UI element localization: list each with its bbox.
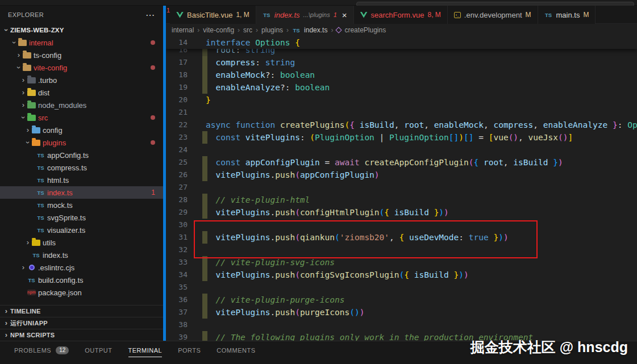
editor-tab[interactable]: ›_.env.developmentM xyxy=(448,6,538,24)
tree-item[interactable]: ›config xyxy=(0,124,163,136)
code-line: 38 xyxy=(166,319,637,331)
section-label: TIMELINE xyxy=(10,308,41,315)
typescript-file-icon: TS xyxy=(36,165,45,171)
modified-dot-badge xyxy=(151,115,155,120)
tab-label: index.ts xyxy=(274,11,300,19)
chevron-right-icon: › xyxy=(15,51,23,59)
tree-item[interactable]: ›internal xyxy=(0,36,163,49)
tree-item[interactable]: ›plugins xyxy=(0,136,163,149)
line-number: 21 xyxy=(166,106,188,119)
sidebar-resize-sash[interactable] xyxy=(163,6,166,341)
chevron-right-icon: › xyxy=(24,239,32,246)
tree-item[interactable]: ›.turbo xyxy=(0,74,163,86)
tree-root[interactable]: › ZIEMS-WEB-ZXY xyxy=(0,24,163,36)
explorer-title: EXPLORER xyxy=(8,11,44,18)
panel-tab-label: COMMENTS xyxy=(217,347,255,354)
sidebar-section-timeline[interactable]: ›TIMELINE xyxy=(0,305,163,317)
breadcrumb-file[interactable]: index.ts xyxy=(304,26,327,34)
tree-item[interactable]: ›node_modules xyxy=(0,99,163,111)
tree-item[interactable]: TScompress.ts xyxy=(0,161,163,174)
tree-item[interactable]: ›vite-config xyxy=(0,61,163,74)
tree-item[interactable]: TShtml.ts xyxy=(0,174,163,186)
line-number: 33 xyxy=(166,256,188,269)
tree-item-label: dist xyxy=(38,89,49,97)
breadcrumb-item[interactable]: vite-config xyxy=(203,26,234,34)
panel-tab-terminal[interactable]: TERMINAL xyxy=(128,346,163,357)
tree-item[interactable]: ›utils xyxy=(0,236,163,249)
tree-item-label: src xyxy=(38,114,48,122)
tree-item[interactable]: npmpackage.json xyxy=(0,286,163,299)
tree-item[interactable]: TSbuild.config.ts xyxy=(0,274,163,286)
panel-tab-problems[interactable]: PROBLEMS12 xyxy=(14,346,69,357)
tab-bar: 1 BasicTitle.vue1, MTSindex.ts...\plugin… xyxy=(166,6,637,24)
breadcrumb[interactable]: internal›vite-config›src›plugins›TSindex… xyxy=(166,24,637,36)
panel-tab-ports[interactable]: PORTS xyxy=(178,346,201,357)
tree-item-label: index.ts xyxy=(43,251,68,260)
tab-detail-badge: 1 xyxy=(334,11,337,18)
folder-icon xyxy=(27,90,36,96)
line-number: 19 xyxy=(166,81,188,94)
tree-item[interactable]: TSindex.ts xyxy=(0,249,163,261)
editor-tab[interactable]: TSindex.ts...\plugins1× xyxy=(256,6,354,24)
sticky-scroll-line[interactable]: 14interface Options { xyxy=(166,36,637,49)
watermark-text: 掘金技术社区 @ hnscdg xyxy=(471,338,628,357)
tab-label: searchForm.vue xyxy=(371,11,424,19)
close-icon[interactable]: × xyxy=(342,10,347,20)
code-text: const appConfigPlugin = await createAppC… xyxy=(206,156,563,169)
tree-item[interactable]: ›dist xyxy=(0,86,163,99)
breadcrumb-item[interactable]: plugins xyxy=(261,26,283,34)
tree-item[interactable]: ›ts-config xyxy=(0,49,163,61)
line-number: 35 xyxy=(166,281,188,294)
editor-group: 1 BasicTitle.vue1, MTSindex.ts...\plugin… xyxy=(166,6,637,341)
tree-item[interactable]: ›.eslintrc.cjs xyxy=(0,261,163,274)
explorer-sidebar: EXPLORER ··· › ZIEMS-WEB-ZXY ›internal›t… xyxy=(0,6,163,341)
chevron-right-icon: › xyxy=(24,126,32,134)
tree-item[interactable]: TSindex.ts1 xyxy=(0,186,163,199)
code-text: enableAnalyze?: boolean xyxy=(206,81,330,94)
editor-tab[interactable]: TSmain.tsM xyxy=(538,6,596,24)
breadcrumb-symbol[interactable]: createPlugins xyxy=(344,26,386,34)
tree-item[interactable]: TSmock.ts xyxy=(0,199,163,211)
chevron-down-icon: › xyxy=(19,114,27,122)
code-line: 34 vitePlugins.push(configSvgIconsPlugin… xyxy=(166,269,637,281)
typescript-file-icon: TS xyxy=(263,12,271,18)
editor-tab[interactable]: searchForm.vue8, M xyxy=(354,6,448,24)
line-number: 32 xyxy=(166,244,188,256)
tree-item[interactable]: TSsvgSprite.ts xyxy=(0,211,163,224)
sticky-line: 14interface Options { xyxy=(166,36,637,49)
typescript-file-icon: TS xyxy=(36,215,45,221)
modified-dot-badge xyxy=(151,40,155,45)
tree-item-label: plugins xyxy=(43,139,66,147)
sidebar-section-运行uniapp[interactable]: ›运行UNIAPP xyxy=(0,317,163,329)
line-number: 26 xyxy=(166,169,188,181)
typescript-file-icon: TS xyxy=(292,27,301,34)
code-text: vitePlugins.push(configHtmlPlugin({ isBu… xyxy=(206,206,449,219)
tree-item-label: mock.ts xyxy=(47,201,73,210)
panel-tab-comments[interactable]: COMMENTS xyxy=(217,346,255,357)
code-editor[interactable]: 14interface Options { 16 root: string17 … xyxy=(166,36,637,341)
code-line: 23 const vitePlugins: (PluginOption | Pl… xyxy=(166,131,637,144)
panel-tab-output[interactable]: OUTPUT xyxy=(85,346,112,357)
tree-item[interactable]: ›src xyxy=(0,111,163,124)
code-line: 24 xyxy=(166,144,637,156)
tab-label: BasicTitle.vue xyxy=(187,11,232,19)
symbol-method-icon xyxy=(336,27,342,33)
tree-item[interactable]: TSappConfig.ts xyxy=(0,149,163,161)
tree-item-label: utils xyxy=(43,239,56,247)
code-line: 17 compress: string xyxy=(166,56,637,69)
code-line: 35 xyxy=(166,281,637,294)
tree-item[interactable]: TSvisualizer.ts xyxy=(0,224,163,236)
editor-tab[interactable]: BasicTitle.vue1, M xyxy=(170,6,256,24)
folder-icon xyxy=(32,127,40,133)
code-text: compress: string xyxy=(206,56,295,69)
breadcrumb-item[interactable]: src xyxy=(243,26,252,34)
breadcrumb-item[interactable]: internal xyxy=(172,26,194,34)
chevron-down-icon: › xyxy=(2,26,10,34)
more-actions-icon[interactable]: ··· xyxy=(146,11,155,19)
vue-file-icon xyxy=(176,12,184,18)
tree-item-label: appConfig.ts xyxy=(47,151,89,160)
sidebar-section-npm-scripts[interactable]: ›NPM SCRIPTS xyxy=(0,329,163,341)
tree-item-label: vite-config xyxy=(34,64,67,72)
tab-modified-indicator: 1, M xyxy=(236,11,249,19)
tree-item-label: svgSprite.ts xyxy=(47,214,86,222)
